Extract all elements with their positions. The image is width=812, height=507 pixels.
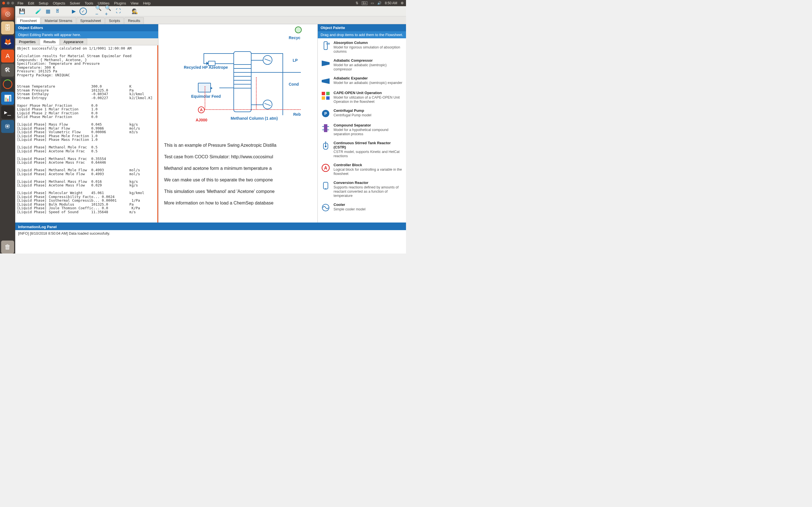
- results-textarea[interactable]: Object successfully calculated on 1/1/00…: [15, 45, 158, 223]
- desc-line: Methanol and acetone form a minimum temp…: [164, 166, 317, 171]
- conv-icon: X: [320, 180, 331, 191]
- menu-solver[interactable]: Solver: [70, 1, 80, 5]
- palette-item-text: Compound SeparatorModel for a hypothetic…: [334, 123, 403, 136]
- palette-item[interactable]: AController BlockLogical block for contr…: [318, 161, 406, 178]
- gear-icon[interactable]: ⚙: [401, 1, 404, 5]
- palette-item-desc: Logical block for controlling a variable…: [334, 168, 403, 176]
- main-toolbar: 💾 🧪 ▦ 🎚 ▶ ✓ 🔍− 🔍+ ⛶ 🕵: [15, 6, 406, 16]
- tab-material-streams[interactable]: Material Streams: [41, 17, 76, 24]
- launcher-app-icon[interactable]: ֎: [1, 120, 14, 133]
- tab-results[interactable]: Results: [124, 17, 144, 24]
- launcher-terminal-icon[interactable]: ▸_: [1, 106, 14, 119]
- condenser-icon[interactable]: [263, 55, 272, 65]
- clock[interactable]: 8:50 AM: [385, 1, 397, 5]
- window-controls: [2, 2, 14, 4]
- launcher-settings-icon[interactable]: 🛠: [1, 64, 14, 76]
- menu-tools[interactable]: Tools: [85, 1, 93, 5]
- lang-indicator[interactable]: En: [362, 1, 367, 5]
- battery-icon[interactable]: ▭: [371, 1, 374, 5]
- subtab-properties[interactable]: Properties: [15, 38, 39, 45]
- tab-flowsheet[interactable]: Flowsheet: [16, 17, 40, 24]
- palette-item[interactable]: Compound SeparatorModel for a hypothetic…: [318, 121, 406, 138]
- equimolar-feed-block[interactable]: [198, 83, 211, 93]
- recycle-green-badge[interactable]: [295, 26, 302, 33]
- grid-icon[interactable]: ▦: [44, 7, 52, 15]
- comp-icon: [320, 58, 331, 68]
- zoom-fit-icon[interactable]: ⛶: [114, 7, 122, 15]
- csep-icon: [320, 123, 331, 133]
- palette-item[interactable]: Continuous Stirred Tank Reactor (CSTR)CS…: [318, 138, 406, 161]
- launcher-updater-icon[interactable]: [1, 78, 14, 91]
- menu-objects[interactable]: Objects: [53, 1, 65, 5]
- palette-item-text: Adiabatic ExpanderModel for an adiabatic…: [334, 76, 402, 86]
- palette-item[interactable]: Adiabatic ExpanderModel for an adiabatic…: [318, 74, 406, 89]
- flowsheet-canvas[interactable]: Recyc LP Cond Reb Recycled HP Azeotrope …: [158, 24, 317, 223]
- zoom-in-icon[interactable]: 🔍+: [105, 7, 113, 15]
- abs-icon: AB: [320, 41, 331, 51]
- menu-plugins[interactable]: Plugins: [114, 1, 126, 5]
- application-window: 💾 🧪 ▦ 🎚 ▶ ✓ 🔍− 🔍+ ⛶ 🕵 Flowsheet Material…: [15, 6, 406, 253]
- palette-item[interactable]: XConversion ReactorSupports reactions de…: [318, 178, 406, 200]
- cape-icon: [320, 91, 331, 101]
- solve-check-icon[interactable]: ✓: [80, 8, 87, 15]
- palette-item[interactable]: ABAbsorption ColumnModel for rigorous si…: [318, 38, 406, 56]
- window-max-icon[interactable]: [11, 2, 14, 4]
- save-icon[interactable]: 💾: [18, 7, 26, 15]
- menu-utilities[interactable]: Utilities: [98, 1, 110, 5]
- menu-file[interactable]: File: [17, 1, 23, 5]
- launcher-software-icon[interactable]: A: [1, 50, 14, 62]
- annotation-a-badge[interactable]: A: [198, 107, 205, 113]
- menu-view[interactable]: View: [131, 1, 139, 5]
- palette-item-title: Controller Block: [334, 163, 403, 167]
- log-line: [INFO] [8/10/2018 8:50:04 AM] Data loade…: [18, 231, 403, 235]
- svg-text:AB: AB: [326, 42, 330, 45]
- play-icon[interactable]: ▶: [70, 7, 78, 15]
- launcher-firefox-icon[interactable]: 🦊: [1, 36, 14, 48]
- object-editors-panel: Object Editors Object Editing Panels wil…: [15, 24, 158, 223]
- sliders-icon[interactable]: 🎚: [54, 7, 61, 15]
- network-icon[interactable]: ⇅: [356, 1, 358, 5]
- palette-item[interactable]: CAPE-OPEN Unit OperationModel for utiliz…: [318, 89, 406, 106]
- app-menu: File Edit Setup Objects Solver Tools Uti…: [17, 1, 151, 5]
- menu-setup[interactable]: Setup: [39, 1, 48, 5]
- palette-item-desc: Model for a hypothetical compound separa…: [334, 128, 403, 136]
- object-palette-panel: Object Palette Drag and drop items to ad…: [317, 24, 406, 223]
- window-close-icon[interactable]: [2, 2, 5, 4]
- tab-scripts[interactable]: Scripts: [105, 17, 124, 24]
- log-header: Information/Log Panel: [15, 224, 406, 230]
- palette-item-title: Continuous Stirred Tank Reactor (CSTR): [334, 141, 403, 149]
- methanol-column[interactable]: [234, 51, 252, 112]
- palette-item-desc: Model for rigorous simulation of absorpt…: [334, 45, 403, 54]
- label-recyc: Recyc: [289, 36, 300, 40]
- tab-spreadsheet[interactable]: Spreadsheet: [77, 17, 105, 24]
- flask-icon[interactable]: 🧪: [35, 7, 42, 15]
- reboiler-icon[interactable]: [263, 100, 272, 109]
- inspector-icon[interactable]: 🕵: [131, 7, 139, 15]
- volume-icon[interactable]: 🔊: [377, 1, 382, 5]
- log-panel: Information/Log Panel [INFO] [8/10/2018 …: [15, 223, 406, 253]
- launcher-dash-icon[interactable]: ◎: [1, 7, 14, 20]
- desc-line: This is an example of Pressure Swing Aze…: [164, 143, 317, 148]
- log-body[interactable]: [INFO] [8/10/2018 8:50:04 AM] Data loade…: [15, 230, 406, 253]
- palette-item[interactable]: CoolerSimple cooler model: [318, 200, 406, 215]
- svg-rect-7: [326, 96, 329, 100]
- palette-item-title: Centrifugal Pump: [334, 108, 371, 113]
- launcher-files-icon[interactable]: 🗄: [1, 21, 14, 34]
- window-min-icon[interactable]: [7, 2, 10, 4]
- subtab-results[interactable]: Results: [40, 38, 59, 45]
- launcher-trash-icon[interactable]: 🗑: [1, 240, 14, 253]
- zoom-out-icon[interactable]: 🔍−: [95, 7, 103, 15]
- palette-item[interactable]: Adiabatic CompressorModel for an adiabat…: [318, 56, 406, 74]
- launcher-simulator-icon[interactable]: 📊: [1, 92, 14, 105]
- palette-item-text: CoolerSimple cooler model: [334, 203, 365, 213]
- svg-point-13: [325, 146, 326, 147]
- subtab-appearance[interactable]: Appearance: [60, 38, 87, 45]
- palette-item[interactable]: PCentrifugal PumpCentrifugal Pump model: [318, 106, 406, 121]
- desc-line: This simulation uses 'Methanol' and 'Ace…: [164, 189, 317, 194]
- palette-list[interactable]: ABAbsorption ColumnModel for rigorous si…: [318, 38, 406, 223]
- flowsheet-canvas-panel[interactable]: Recyc LP Cond Reb Recycled HP Azeotrope …: [158, 24, 317, 223]
- palette-item-text: Continuous Stirred Tank Reactor (CSTR)CS…: [334, 141, 403, 158]
- menu-help[interactable]: Help: [143, 1, 151, 5]
- launcher-dock: ◎ 🗄 🦊 A 🛠 📊 ▸_ ֎ 🗑: [0, 6, 15, 253]
- menu-edit[interactable]: Edit: [28, 1, 34, 5]
